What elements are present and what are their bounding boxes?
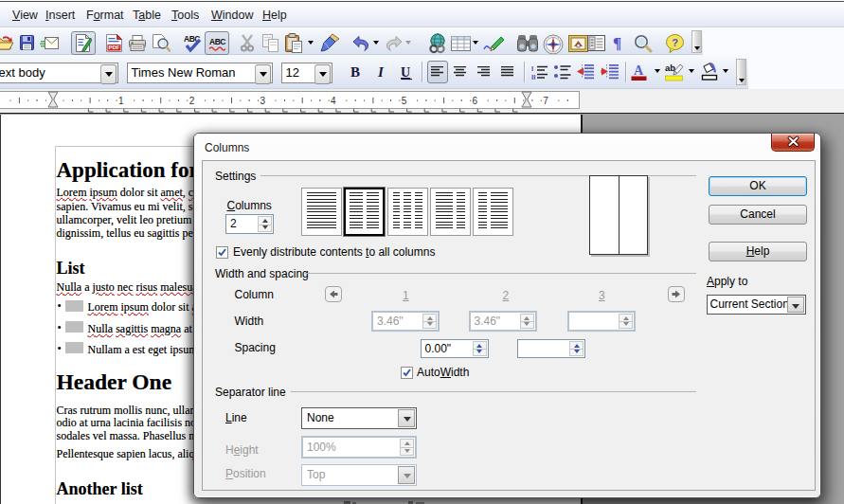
svg-text:?: ? [672,37,678,48]
svg-text:II: II [531,73,535,81]
svg-text:1: 1 [118,96,124,106]
svg-text:7: 7 [543,96,548,106]
svg-text:3: 3 [260,96,265,106]
svg-text:ABC: ABC [209,37,225,46]
svg-text:¶: ¶ [613,35,621,51]
svg-text:5: 5 [402,96,407,106]
svg-text:B: B [350,64,360,80]
svg-text:PDF: PDF [109,45,120,50]
svg-text:U: U [401,65,410,80]
svg-text:A: A [634,63,644,78]
svg-text:I: I [377,64,385,80]
svg-text:4: 4 [331,96,336,106]
svg-text:2: 2 [189,96,195,106]
svg-text:6: 6 [473,96,478,106]
